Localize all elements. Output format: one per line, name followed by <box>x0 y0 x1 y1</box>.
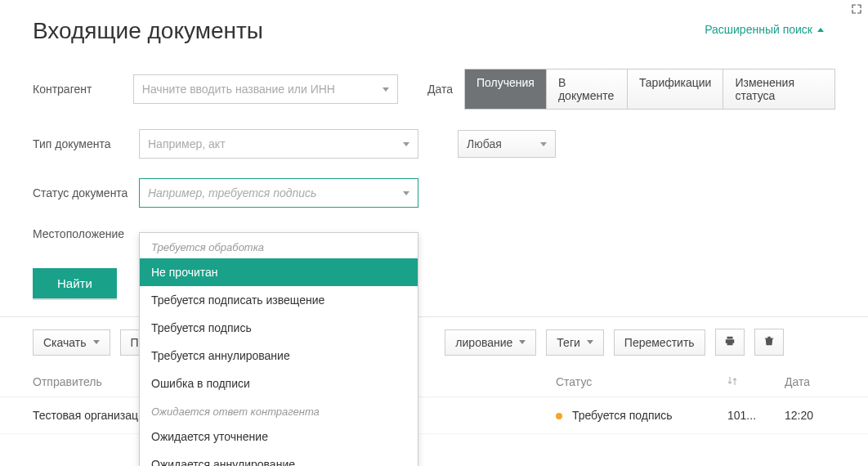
trash-icon <box>763 335 775 349</box>
download-label: Скачать <box>43 336 87 349</box>
dropdown-item[interactable]: Ожидается уточнение <box>140 423 418 450</box>
period-select[interactable]: Любая <box>458 130 556 158</box>
row-status: Требуется подпись <box>556 409 727 422</box>
doctype-label: Тип документа <box>33 137 139 150</box>
chevron-up-icon <box>817 28 824 32</box>
counterparty-combo[interactable]: Начните вводить название или ИНН <box>133 74 398 104</box>
row-status-text: Требуется подпись <box>572 409 673 422</box>
doctype-combo[interactable]: Например, акт <box>139 129 418 159</box>
dropdown-item[interactable]: Ожидается аннулирование <box>140 450 418 466</box>
dropdown-item[interactable]: Требуется подпись <box>140 314 418 342</box>
annul-label-partial: лирование <box>455 336 512 349</box>
advanced-search-toggle[interactable]: Расширенный поиск <box>693 15 835 44</box>
status-input[interactable] <box>148 186 403 199</box>
tags-button[interactable]: Теги <box>546 329 603 356</box>
dropdown-item[interactable]: Не прочитан <box>140 258 418 286</box>
dropdown-item[interactable]: Требуется подписать извещение <box>140 286 418 314</box>
col-status-header[interactable]: Статус <box>556 375 727 388</box>
print-icon <box>724 335 736 349</box>
location-label: Местоположение <box>33 227 139 240</box>
status-label: Статус документа <box>33 186 139 199</box>
date-seg-status[interactable]: Изменения статуса <box>723 69 834 109</box>
date-type-segmented: Получения В документе Тарификации Измене… <box>464 69 835 110</box>
table-row[interactable]: Тестовая организаци Требуется подпись 10… <box>0 397 868 434</box>
status-dropdown[interactable]: Требуется обработкаНе прочитанТребуется … <box>139 232 418 466</box>
chevron-down-icon <box>540 142 547 146</box>
dropdown-group-header: Требуется обработка <box>140 233 418 258</box>
chevron-down-icon <box>587 340 593 344</box>
dropdown-item[interactable]: Ошибка в подписи <box>140 370 418 397</box>
print-button[interactable] <box>715 329 745 356</box>
doctype-placeholder: Например, акт <box>148 137 226 150</box>
advanced-search-label: Расширенный поиск <box>705 23 812 36</box>
dropdown-item[interactable]: Требуется аннулирование <box>140 342 418 370</box>
status-dot-icon <box>556 413 562 419</box>
date-seg-received[interactable]: Получения <box>465 69 547 109</box>
expand-icon[interactable] <box>852 3 861 16</box>
chevron-down-icon <box>93 340 100 344</box>
row-num: 101... <box>727 409 785 422</box>
chevron-down-icon <box>403 191 409 195</box>
row-date: 12:20 <box>785 409 835 422</box>
annul-button-partial[interactable]: лирование <box>445 329 536 356</box>
move-label: Переместить <box>624 336 695 349</box>
search-button[interactable]: Найти <box>33 268 117 298</box>
chevron-down-icon <box>519 340 526 344</box>
delete-button[interactable] <box>754 329 784 356</box>
tags-label: Теги <box>557 336 579 349</box>
download-button[interactable]: Скачать <box>33 329 110 356</box>
date-label: Дата <box>427 83 453 96</box>
status-combo[interactable] <box>139 178 418 208</box>
date-seg-indoc[interactable]: В документе <box>547 69 628 109</box>
col-sort-icon[interactable] <box>727 375 785 388</box>
date-seg-tariff[interactable]: Тарификации <box>628 69 724 109</box>
dropdown-group-header: Ожидается ответ контрагента <box>140 397 418 423</box>
page-title: Входящие документы <box>33 18 263 44</box>
row-price: 834,00 ₽ НДС: 130,27 ₽ <box>0 431 868 444</box>
period-value: Любая <box>467 137 502 150</box>
chevron-down-icon <box>383 87 389 92</box>
counterparty-label: Контрагент <box>33 83 133 96</box>
counterparty-placeholder: Начните вводить название или ИНН <box>142 83 335 96</box>
move-button[interactable]: Переместить <box>614 329 705 356</box>
chevron-down-icon <box>403 142 409 146</box>
col-date-header[interactable]: Дата <box>785 375 835 388</box>
